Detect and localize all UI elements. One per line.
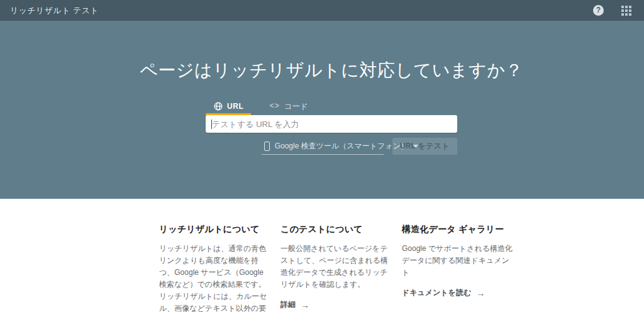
info-col-body: 一般公開されているページをテストして、ページに含まれる構造化データで生成されるリ… xyxy=(280,243,392,291)
tab-code[interactable]: <> コード xyxy=(261,99,316,115)
url-input[interactable] xyxy=(206,115,457,133)
test-controls: Google 検査ツール（スマートフォン） URL をテスト xyxy=(206,138,457,155)
hero-section: ページはリッチリザルトに対応していますか？ URL <> コード xyxy=(0,21,644,199)
help-icon[interactable]: ? xyxy=(593,5,604,16)
page-title: ページはリッチリザルトに対応していますか？ xyxy=(9,58,644,82)
tab-url-label: URL xyxy=(227,102,243,111)
learn-more-link[interactable]: 詳細 → xyxy=(280,299,309,310)
globe-icon xyxy=(214,102,223,111)
read-docs-link-label: ドキュメントを読む xyxy=(402,287,471,298)
read-docs-link[interactable]: ドキュメントを読む → xyxy=(402,287,485,298)
app-title: リッチリザルト テスト xyxy=(10,5,99,16)
text-caret xyxy=(211,120,212,129)
arrow-right-icon: → xyxy=(476,288,485,298)
info-col-title: このテストについて xyxy=(280,224,392,235)
apps-grid-icon[interactable] xyxy=(621,6,631,16)
info-col-body: リッチリザルトは、通常の青色リンクよりも高度な機能を持つ、Google サービス… xyxy=(159,243,271,312)
info-col-about-test: このテストについて 一般公開されているページをテストして、ページに含まれる構造化… xyxy=(280,224,392,312)
crawler-select-value: Google 検査ツール（スマートフォン） xyxy=(275,141,408,152)
input-mode-tabs: URL <> コード xyxy=(206,99,457,115)
crawler-select[interactable]: Google 検査ツール（スマートフォン） xyxy=(262,138,384,155)
tab-code-label: コード xyxy=(284,101,308,112)
test-form: URL <> コード Google 検査ツール（スマートフォン） xyxy=(206,99,457,155)
info-section: リッチリザルトについて リッチリザルトは、通常の青色リンクよりも高度な機能を持つ… xyxy=(0,199,644,312)
info-columns: リッチリザルトについて リッチリザルトは、通常の青色リンクよりも高度な機能を持つ… xyxy=(159,224,514,312)
tab-url[interactable]: URL xyxy=(206,99,251,115)
arrow-right-icon: → xyxy=(301,300,309,310)
info-col-title: リッチリザルトについて xyxy=(159,224,271,235)
rich-results-test-page: リッチリザルト テスト ? ページはリッチリザルトに対応していますか？ xyxy=(0,0,644,312)
info-col-gallery: 構造化データ ギャラリー Google でサポートされる構造化データに関する関連… xyxy=(402,224,514,312)
learn-more-link-label: 詳細 xyxy=(280,299,296,310)
url-input-wrap xyxy=(206,115,457,133)
smartphone-icon xyxy=(264,142,270,151)
code-icon: <> xyxy=(269,102,279,111)
app-bar: リッチリザルト テスト ? xyxy=(0,0,644,21)
info-col-body: Google でサポートされる構造化データに関する関連ドキュメント xyxy=(402,243,514,279)
info-col-title: 構造化データ ギャラリー xyxy=(402,224,514,235)
info-col-about-rich-results: リッチリザルトについて リッチリザルトは、通常の青色リンクよりも高度な機能を持つ… xyxy=(159,224,271,312)
test-url-button[interactable]: URL をテスト xyxy=(392,138,457,155)
